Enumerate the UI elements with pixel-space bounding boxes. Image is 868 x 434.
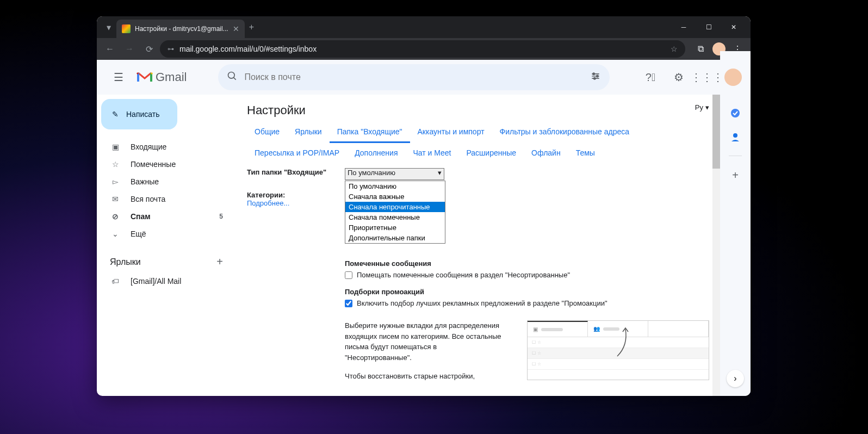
starred-checkbox[interactable] [345,271,352,279]
bookmark-icon[interactable]: ☆ [671,45,678,53]
language-selector[interactable]: Ру▾ [695,103,709,111]
settings-panel: Настройки Ру▾ ОбщиеЯрлыкиПапка "Входящие… [236,95,720,396]
chevron-down-icon: ▾ [705,103,709,111]
compose-label: Написать [126,110,159,119]
apps-grid-icon[interactable]: ⋮⋮⋮ [696,66,718,88]
dropdown-option-1[interactable]: Сначала важные [345,191,445,202]
settings-tab-6[interactable]: Дополнения [347,143,405,163]
sidebar-item-more[interactable]: ⌄Ещё [101,225,232,243]
close-window-button[interactable]: ✕ [721,16,746,38]
dropdown-option-2[interactable]: Сначала непрочитанные [345,202,445,212]
sidebar-label-allmail[interactable]: 🏷[Gmail]/All Mail [101,272,232,290]
select-arrow-icon: ▾ [438,169,442,177]
settings-tab-5[interactable]: Пересылка и POP/IMAP [247,143,347,163]
settings-tab-1[interactable]: Ярлыки [287,122,330,143]
inbox-type-label: Тип папки "Входящие" [247,168,334,180]
star-icon: ☆ [110,160,121,169]
svg-point-5 [593,73,594,75]
sidebar-item-inbox[interactable]: ▣Входящие [101,138,232,156]
svg-point-10 [731,109,740,117]
support-icon[interactable]: ?⃝ [640,66,661,88]
tab-list-button[interactable]: ▾ [101,20,116,35]
add-label-button[interactable]: + [216,256,223,268]
gmail-m-icon [136,71,153,84]
gmail-wordmark: Gmail [156,70,187,84]
sidebar-item-starred[interactable]: ☆Помеченные [101,156,232,173]
site-info-icon[interactable]: ⊶ [168,45,174,53]
dropdown-option-3[interactable]: Сначала помеченные [345,212,445,222]
collapse-panel-button[interactable]: › [727,370,744,387]
settings-tabs: ОбщиеЯрлыкиПапка "Входящие"Аккаунты и им… [247,122,709,163]
promo-section-head: Подборки промоакций [345,288,709,296]
add-addon-button[interactable]: + [732,169,739,182]
back-button[interactable]: ← [101,40,119,58]
svg-point-6 [597,75,598,77]
settings-tab-8[interactable]: Расширенные [458,143,524,163]
url-input[interactable]: ⊶ mail.google.com/mail/u/0/#settings/inb… [160,40,685,58]
url-text: mail.google.com/mail/u/0/#settings/inbox [179,45,317,53]
pencil-icon: ✎ [112,110,119,119]
compose-button[interactable]: ✎ Написать [101,99,177,129]
dropdown-option-4[interactable]: Приоритетные [345,222,445,233]
gmail-header: ☰ Gmail ?⃝ ⚙ ⋮⋮⋮ [97,60,751,95]
maximize-button[interactable]: ☐ [696,16,721,38]
settings-gear-icon[interactable]: ⚙ [668,66,690,88]
categories-desc-1: Выберите нужные вкладки для распределени… [345,320,505,363]
chevron-down-icon: ⌄ [110,230,121,238]
browser-tab[interactable]: Настройки - dmitrycv1@gmail... ✕ [116,20,245,38]
sidebar: ✎ Написать ▣Входящие ☆Помеченные ▻Важные… [97,95,236,396]
scrollbar[interactable] [712,60,720,396]
main-menu-icon[interactable]: ☰ [106,64,132,90]
settings-tab-9[interactable]: Офлайн [524,143,568,163]
label-icon: 🏷 [110,277,121,286]
tasks-icon[interactable] [730,108,741,119]
starred-section-head: Помеченные сообщения [345,259,709,268]
side-panel: 31 + › [720,51,751,396]
categories-more-link[interactable]: Подробнее... [247,199,289,207]
inbox-type-select[interactable]: По умолчанию ▾ По умолчаниюСначала важны… [345,168,444,180]
search-icon [227,71,238,84]
search-bar[interactable] [218,64,610,90]
svg-line-1 [234,78,236,80]
sidebar-item-important[interactable]: ▻Важные [101,173,232,190]
important-icon: ▻ [110,177,121,186]
sidebar-item-spam[interactable]: ⊘Спам5 [101,208,232,225]
dropdown-option-5[interactable]: Дополнительные папки [345,233,445,243]
settings-title: Настройки [247,103,709,117]
categories-label: Категории: Подробнее... [247,191,334,382]
labels-header: Ярлыки + [101,251,232,272]
search-input[interactable] [244,72,590,82]
gmail-favicon-icon [122,24,131,33]
mail-icon: ✉ [110,195,121,203]
settings-tab-4[interactable]: Фильтры и заблокированные адреса [492,122,637,143]
promo-checkbox[interactable] [345,300,352,307]
inbox-type-dropdown: По умолчаниюСначала важныеСначала непроч… [345,181,445,244]
dropdown-option-0[interactable]: По умолчанию [345,181,445,191]
svg-point-0 [228,72,235,79]
search-options-icon[interactable] [590,71,601,84]
spam-icon: ⊘ [110,212,121,221]
new-tab-button[interactable]: + [249,22,254,32]
extensions-icon[interactable]: ⧉ [692,40,709,58]
settings-tab-7[interactable]: Чат и Meet [405,143,458,163]
categories-desc-2: Чтобы восстановить старые настройки, [345,371,505,382]
sidebar-item-allmail[interactable]: ✉Вся почта [101,190,232,208]
account-avatar[interactable] [724,69,742,86]
forward-button[interactable]: → [121,40,138,58]
settings-tab-0[interactable]: Общие [247,122,287,143]
inbox-icon: ▣ [110,142,121,151]
tab-title: Настройки - dmitrycv1@gmail... [135,25,228,33]
gmail-logo[interactable]: Gmail [136,70,187,84]
settings-tab-2[interactable]: Папка "Входящие" [330,122,410,143]
svg-point-7 [594,78,596,79]
browser-titlebar: ▾ Настройки - dmitrycv1@gmail... ✕ + ─ ☐… [97,16,751,38]
minimize-button[interactable]: ─ [671,16,696,38]
tabs-preview-image: ▣ 👥 ☐ ☆ ☐ ☆ ☐ ☆ [527,320,709,380]
settings-tab-10[interactable]: Темы [568,143,603,163]
close-tab-icon[interactable]: ✕ [233,24,239,33]
reload-button[interactable]: ⟳ [140,40,158,58]
settings-tab-3[interactable]: Аккаунты и импорт [410,122,492,143]
contacts-icon[interactable] [730,132,741,142]
svg-point-11 [733,133,737,138]
address-bar: ← → ⟳ ⊶ mail.google.com/mail/u/0/#settin… [97,38,751,60]
